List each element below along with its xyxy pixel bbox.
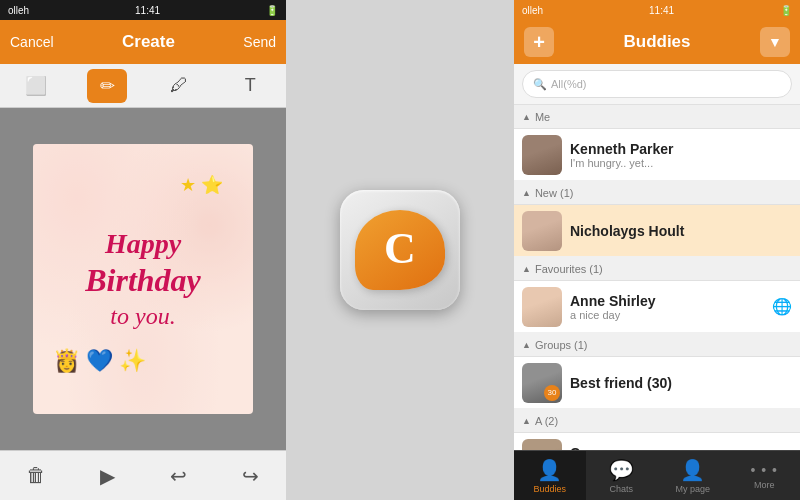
tab-mypage[interactable]: 👤 My page [657,451,729,500]
section-label-groups: Groups (1) [535,339,588,351]
section-arrow-new: ▲ [522,188,531,198]
buddy-name-anne: Anne Shirley [570,293,772,309]
section-label-me: Me [535,111,550,123]
avatar-bestfriend-wrapper: 30 [522,363,562,403]
mypage-tab-icon: 👤 [680,458,705,482]
section-label-a: A (2) [535,415,558,427]
buddy-status-kenneth: I'm hungry.. yet... [570,157,792,169]
buddy-item-anne[interactable]: Anne Shirley a nice day 🌐 [514,281,800,333]
section-arrow-a: ▲ [522,416,531,426]
buddy-status-anne: a nice day [570,309,772,321]
draw-tool-button[interactable]: ✏ [87,69,127,103]
time-right: 11:41 [649,5,674,16]
tab-chats[interactable]: 💬 Chats [586,451,658,500]
chats-tab-icon: 💬 [609,458,634,482]
more-tab-icon: • • • [751,462,778,478]
buddies-title: Buddies [623,32,690,52]
send-button[interactable]: Send [243,34,276,50]
app-icon-letter: C [384,223,416,274]
filter-button[interactable]: ▼ [760,27,790,57]
buddy-name-bestfriend: Best friend (30) [570,375,792,391]
time-left: 11:41 [135,5,160,16]
search-bar: 🔍 All(%d) [514,64,800,105]
status-bar-left: olleh 11:41 🔋 [0,0,286,20]
section-header-a: ▲ A (2) [514,409,800,433]
avatar-kenneth [522,135,562,175]
buddy-list: ▲ Me Kenneth Parker I'm hungry.. yet... … [514,105,800,450]
tab-more[interactable]: • • • More [729,451,801,500]
battery-right: 🔋 [780,5,792,16]
app-icon[interactable]: C [340,190,460,310]
card-birthday-text: Birthday [85,262,201,299]
buddy-info-nicholas: Nicholaygs Hoult [570,223,792,239]
text-tool-button[interactable]: T [230,69,270,103]
avatar-anne [522,287,562,327]
buddy-name-kenneth: Kenneth Parker [570,141,792,157]
avatar-kenneth-wrapper [522,135,562,175]
left-panel: olleh 11:41 🔋 Cancel Create Send ⬜ ✏ 🖊 T… [0,0,286,500]
section-header-groups: ▲ Groups (1) [514,333,800,357]
buddy-item-nicholas[interactable]: Nicholaygs Hoult [514,205,800,257]
card-text-content: Happy Birthday to you. [85,228,201,330]
avatar-anne-wrapper [522,287,562,327]
search-placeholder: All(%d) [551,78,586,90]
right-panel: olleh 11:41 🔋 + Buddies ▼ 🔍 All(%d) ▲ Me… [514,0,800,500]
chats-tab-label: Chats [609,484,633,494]
section-header-me: ▲ Me [514,105,800,129]
buddy-item-kenneth[interactable]: Kenneth Parker I'm hungry.. yet... [514,129,800,181]
carrier-left: olleh [8,5,29,16]
canvas-area[interactable]: ★ ⭐ Happy Birthday to you. 👸 💙 ✨ [0,108,286,450]
section-arrow-favourites: ▲ [522,264,531,274]
app-icon-bubble: C [355,210,445,290]
undo-button[interactable]: ↩ [157,454,201,498]
center-panel: C [286,0,514,500]
card-stickers: 👸 💙 ✨ [53,348,146,374]
nav-bar-left: Cancel Create Send [0,20,286,64]
buddy-info-kenneth: Kenneth Parker I'm hungry.. yet... [570,141,792,169]
toolbar-left: ⬜ ✏ 🖊 T [0,64,286,108]
bottom-bar-left: 🗑 ▶ ↩ ↪ [0,450,286,500]
section-label-new: New (1) [535,187,574,199]
more-tab-label: More [754,480,775,490]
tab-buddies[interactable]: 👤 Buddies [514,451,586,500]
buddies-tab-label: Buddies [533,484,566,494]
buddy-item-coco[interactable]: Coco Hot summer, happy travel. [514,433,800,450]
card-happy-text: Happy [85,228,201,260]
search-input[interactable]: 🔍 All(%d) [522,70,792,98]
card-stars-decoration: ★ ⭐ [180,174,223,196]
stamp-tool-button[interactable]: 🖊 [159,69,199,103]
buddy-item-bestfriend[interactable]: 30 Best friend (30) [514,357,800,409]
section-label-favourites: Favourites (1) [535,263,603,275]
image-tool-button[interactable]: ⬜ [16,69,56,103]
card-toyou-text: to you. [85,303,201,330]
tab-bar: 👤 Buddies 💬 Chats 👤 My page • • • More [514,450,800,500]
section-header-favourites: ▲ Favourites (1) [514,257,800,281]
redo-button[interactable]: ↪ [228,454,272,498]
buddy-info-bestfriend: Best friend (30) [570,375,792,391]
section-arrow-groups: ▲ [522,340,531,350]
section-header-new: ▲ New (1) [514,181,800,205]
buddy-info-anne: Anne Shirley a nice day [570,293,772,321]
carrier-right: olleh [522,5,543,16]
avatar-nicholas-wrapper [522,211,562,251]
battery-left: 🔋 [266,5,278,16]
buddies-tab-icon: 👤 [537,458,562,482]
section-arrow-me: ▲ [522,112,531,122]
avatar-nicholas [522,211,562,251]
nav-bar-right: + Buddies ▼ [514,20,800,64]
globe-icon: 🌐 [772,297,792,316]
avatar-coco [522,439,562,451]
status-bar-right: olleh 11:41 🔋 [514,0,800,20]
mypage-tab-label: My page [675,484,710,494]
card-canvas: ★ ⭐ Happy Birthday to you. 👸 💙 ✨ [33,144,253,414]
buddy-name-nicholas: Nicholaygs Hoult [570,223,792,239]
search-icon: 🔍 [533,78,547,91]
avatar-coco-wrapper [522,439,562,451]
delete-button[interactable]: 🗑 [14,454,58,498]
create-title: Create [122,32,175,52]
cancel-button[interactable]: Cancel [10,34,54,50]
add-buddy-button[interactable]: + [524,27,554,57]
play-button[interactable]: ▶ [85,454,129,498]
group-count-badge: 30 [544,385,560,401]
